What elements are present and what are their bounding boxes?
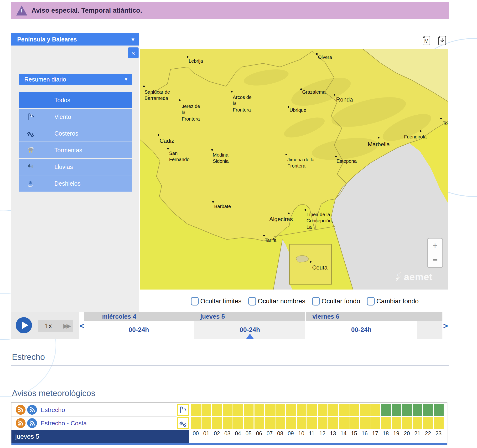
- hour-cell-09: [286, 404, 296, 416]
- sidebar-item-tormentas[interactable]: Tormentas: [19, 142, 132, 158]
- sidebar-item-todos[interactable]: Todos: [19, 92, 132, 108]
- map-doc-icon[interactable]: M: [423, 36, 430, 45]
- place-dot: [187, 56, 188, 58]
- hour-cell-05: [244, 417, 254, 429]
- day-header: [417, 312, 442, 321]
- timeline-day-3[interactable]: viernes 6 00-24h: [306, 312, 417, 339]
- zone-link[interactable]: Estrecho - Costa: [41, 420, 87, 427]
- svg-text:❄: ❄: [28, 180, 32, 185]
- waves-icon-cell: [177, 417, 189, 429]
- place-dot: [300, 88, 302, 90]
- zoom-out-button[interactable]: −: [428, 253, 442, 267]
- place-label: Sanlúcar deBarrameda: [144, 89, 170, 102]
- checkbox[interactable]: [312, 297, 320, 305]
- timeline-next-arrow[interactable]: >: [443, 321, 448, 331]
- timeline-prev-arrow[interactable]: <: [80, 321, 84, 331]
- play-button[interactable]: [16, 317, 32, 333]
- aemet-watermark: ☄ aemet: [395, 272, 433, 282]
- place-label: Lebrija: [189, 58, 203, 64]
- sidebar-item-label: Todos: [54, 97, 70, 104]
- place-label: Ubrique: [290, 107, 306, 113]
- checkbox[interactable]: [248, 297, 256, 305]
- warnings-title: Avisos meteorológicos: [12, 388, 95, 398]
- hour-cell-18: [381, 404, 391, 416]
- place-dot: [440, 118, 442, 119]
- hour-cell-21: [413, 404, 422, 416]
- hour-cell-04: [233, 404, 243, 416]
- checkbox[interactable]: [191, 297, 199, 305]
- hour-label: 21: [414, 430, 420, 437]
- hour-cell-08: [275, 404, 285, 416]
- special-warning-banner[interactable]: ! Aviso especial. Temporal atlántico.: [11, 2, 449, 19]
- special-warning-text: Aviso especial. Temporal atlántico.: [31, 7, 142, 14]
- checkbox[interactable]: [367, 297, 375, 305]
- map-options-row: Ocultar límitesOcultar nombresOcultar fo…: [191, 297, 418, 305]
- hour-label: 11: [309, 430, 315, 437]
- warning-map[interactable]: LebrijaOlveraSanlúcar deBarramedaGrazale…: [140, 49, 448, 290]
- hour-cell-08: [275, 417, 285, 429]
- wind-icon: [26, 112, 36, 122]
- hour-cell-11: [307, 404, 317, 416]
- place-label: Ceuta: [312, 264, 328, 271]
- sidebar-item-lluvias[interactable]: Lluvias: [19, 159, 132, 175]
- place-dot: [286, 154, 287, 155]
- rss-orange-icon[interactable]: [16, 418, 25, 428]
- rss-blue-icon[interactable]: [27, 418, 37, 428]
- hour-cell-20: [402, 417, 412, 429]
- hour-cell-07: [265, 417, 275, 429]
- download-doc-icon[interactable]: [438, 36, 446, 45]
- summary-selector[interactable]: Resumen diario ▾: [19, 74, 132, 85]
- place-dot: [179, 99, 180, 101]
- horizontal-scrollbar[interactable]: [12, 443, 447, 445]
- zoom-in-button[interactable]: +: [428, 239, 442, 253]
- region-selector[interactable]: Península y Baleares ▾: [11, 33, 139, 46]
- hour-cell-20: [402, 404, 412, 416]
- sidebar-item-costeros[interactable]: Costeros: [19, 125, 132, 142]
- hour-cell-23: [434, 404, 444, 416]
- rss-blue-icon[interactable]: [27, 405, 37, 415]
- place-label: Jimena de laFrontera: [287, 157, 314, 169]
- hour-label: 17: [372, 430, 378, 437]
- sidebar: Península y Baleares ▾ « Resumen diario …: [11, 33, 139, 312]
- zone-link[interactable]: Estrecho: [41, 406, 65, 414]
- none: [26, 95, 36, 105]
- day-body[interactable]: 00-24h: [306, 321, 417, 339]
- warning-triangle-icon: !: [16, 6, 27, 16]
- hour-cell-05: [244, 404, 254, 416]
- speed-box: 1x ▶▶: [38, 320, 73, 332]
- hour-label: 08: [277, 430, 283, 437]
- timeline-day-1[interactable]: miércoles 4 00-24h: [84, 312, 194, 339]
- hour-cell-14: [339, 417, 349, 429]
- day-body[interactable]: 00-24h: [84, 321, 194, 339]
- timeline-day-2[interactable]: jueves 5 00-24h: [194, 312, 305, 339]
- place-label: Jerez delaFrontera: [182, 103, 200, 122]
- region-selector-label: Península y Baleares: [17, 36, 77, 43]
- aemet-warnings-page: ! Aviso especial. Temporal atlántico. Pe…: [0, 0, 477, 448]
- storm-icon: [26, 145, 36, 155]
- sidebar-collapse-button[interactable]: «: [128, 47, 139, 58]
- place-label: Arcos delaFrontera: [233, 94, 252, 113]
- hour-cell-03: [223, 417, 233, 429]
- hour-label: 05: [245, 430, 252, 437]
- day-body[interactable]: 00-24h: [194, 321, 305, 339]
- hour-cell-13: [328, 404, 338, 416]
- hour-cell-04: [233, 417, 243, 429]
- sidebar-item-deshielos[interactable]: ❄ Deshielos: [19, 175, 132, 192]
- sidebar-item-viento[interactable]: Viento: [19, 109, 132, 125]
- zone-title: Estrecho: [12, 352, 45, 362]
- place-label: Marbella: [368, 141, 390, 148]
- place-label: Tor: [443, 120, 448, 126]
- hour-label: 06: [256, 430, 262, 437]
- map-option-ocultar-nombres: Ocultar nombres: [248, 297, 305, 305]
- hour-cell-06: [255, 417, 264, 429]
- place-dot: [304, 209, 306, 211]
- hour-label: 23: [435, 430, 442, 437]
- hour-cell-09: [286, 417, 296, 429]
- rain-icon: [26, 162, 36, 172]
- fast-forward-icon[interactable]: ▶▶: [63, 322, 70, 329]
- place-label: Cádiz: [160, 137, 174, 145]
- rss-orange-icon[interactable]: [16, 405, 25, 415]
- hour-cell-16: [360, 404, 370, 416]
- hour-cell-21: [413, 417, 422, 429]
- hour-cell-01: [202, 417, 211, 429]
